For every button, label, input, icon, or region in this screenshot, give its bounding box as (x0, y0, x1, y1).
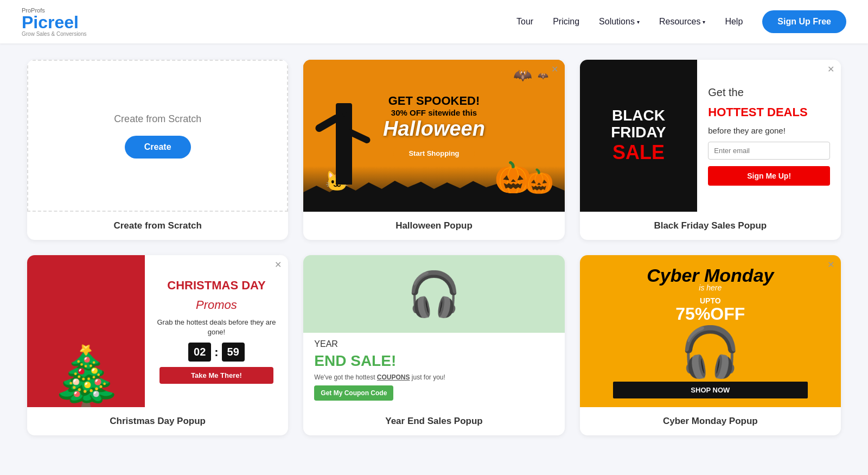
bf-black: BLACK (611, 107, 666, 124)
year-coupon-button[interactable]: Get My Coupon Code (314, 385, 393, 401)
close-xmas-icon[interactable]: ✕ (275, 259, 282, 270)
close-icon[interactable]: ✕ (551, 64, 558, 74)
nav-links: Tour Pricing Solutions ▾ Resources ▾ Hel… (516, 10, 846, 33)
halloween-label: Halloween Popup (390, 212, 478, 240)
logo[interactable]: ProProfs Picreel Grow Sales & Conversion… (22, 7, 87, 37)
yearend-layout: 🎧 YEAR END SALE! We've got the hottest C… (303, 255, 564, 407)
year-coupons-bold: COUPONS (377, 373, 410, 381)
nav-resources[interactable]: Resources ▾ (659, 17, 705, 27)
bf-layout: BLACK FRIDAY SALE Get the HOTTEST DEALS … (580, 60, 841, 212)
yearend-content: YEAR END SALE! We've got the hottest COU… (303, 333, 564, 407)
halloween-offer: 30% OFF sitewide this (383, 108, 485, 117)
main-content: Create from Scratch Create Create from S… (0, 43, 868, 475)
template-grid: Create from Scratch Create Create from S… (27, 60, 841, 435)
bf-sale-text: BLACK FRIDAY SALE (611, 107, 666, 164)
bat-icon: 🦇 (513, 66, 532, 84)
resources-caret-icon: ▾ (703, 19, 705, 25)
halloween-text-area: GET SPOOKED! 30% OFF sitewide this Hallo… (383, 94, 485, 162)
nav-solutions[interactable]: Solutions ▾ (599, 17, 640, 27)
bf-hottest-text: HOTTEST DEALS (708, 105, 807, 119)
xmas-colon: : (214, 345, 218, 359)
halloween-script: Halloween (383, 117, 485, 141)
create-scratch-preview: Create from Scratch Create (27, 60, 288, 212)
cyber-preview: ✕ Cyber Monday is here UPTO 75%OFF 🎧 SHO… (580, 255, 841, 407)
cyber-shop-button[interactable]: SHOP NOW (613, 382, 808, 398)
xmas-day-text: CHRISTMAS DAY (167, 278, 265, 293)
xmas-layout: 🎄 CHRISTMAS DAY Promos Grab the hottest … (27, 255, 288, 407)
xmas-right-panel: CHRISTMAS DAY Promos Grab the hottest de… (145, 255, 289, 407)
cyber-label: Cyber Monday Popup (658, 407, 763, 435)
bf-left-panel: BLACK FRIDAY SALE (580, 60, 698, 212)
halloween-shop-button[interactable]: Start Shopping (393, 145, 474, 162)
halloween-inner: 🦇 🦇 GET SPOOKED! 30% OFF sitewide this H… (303, 60, 564, 212)
cyber-monday-label: Cyber Monday (647, 265, 774, 286)
cyber-off-text: 75%OFF (647, 305, 774, 322)
create-scratch-text: Create from Scratch (114, 113, 201, 125)
card-yearend[interactable]: 🎧 YEAR END SALE! We've got the hottest C… (303, 255, 564, 435)
xmas-promos-text: Promos (196, 298, 237, 312)
halloween-off: 30% OFF (391, 108, 426, 117)
solutions-caret-icon: ▾ (637, 19, 640, 25)
xmas-left-panel: 🎄 (27, 255, 145, 407)
signup-button[interactable]: Sign Up Free (762, 10, 846, 33)
nav-tour[interactable]: Tour (516, 17, 533, 27)
xmas-hours: 02 (188, 343, 211, 362)
headphones-image: 🎧 (303, 255, 564, 333)
nav-pricing[interactable]: Pricing (553, 17, 579, 27)
brand-name: Picreel (22, 14, 87, 31)
blackfriday-label: Black Friday Sales Popup (648, 212, 772, 240)
nav-help[interactable]: Help (725, 17, 743, 27)
pumpkin2-icon: 🎃 (524, 167, 554, 195)
bf-friday: FRIDAY (611, 124, 666, 141)
close-bf-icon[interactable]: ✕ (827, 64, 834, 74)
card-create-scratch: Create from Scratch Create Create from S… (27, 60, 288, 240)
cyber-top-text: Cyber Monday is here UPTO 75%OFF (647, 266, 774, 322)
xmas-minutes: 59 (222, 343, 245, 362)
christmas-preview: ✕ 🎄 CHRISTMAS DAY Promos Grab the hottes… (27, 255, 288, 407)
card-halloween[interactable]: ✕ 🦇 🦇 GET SPOOKED! 30% OFF sitewide th (303, 60, 564, 240)
create-scratch-label: Create from Scratch (108, 212, 207, 240)
halloween-preview: ✕ 🦇 🦇 GET SPOOKED! 30% OFF sitewide th (303, 60, 564, 212)
bat2-icon: 🦇 (538, 71, 548, 81)
yearend-label: Year End Sales Popup (380, 407, 488, 435)
card-blackfriday[interactable]: ✕ BLACK FRIDAY SALE Get the HOTTEST DEAL… (580, 60, 841, 240)
xmas-cta-button[interactable]: Take Me There! (159, 367, 273, 384)
year-sale-text: END SALE! (314, 352, 553, 370)
bf-sale: SALE (611, 141, 666, 164)
card-christmas[interactable]: ✕ 🎄 CHRISTMAS DAY Promos Grab the hottes… (27, 255, 288, 435)
cyber-layout: Cyber Monday is here UPTO 75%OFF 🎧 SHOP … (580, 255, 841, 407)
card-cyber[interactable]: ✕ Cyber Monday is here UPTO 75%OFF 🎧 SHO… (580, 255, 841, 435)
brand-tagline: Grow Sales & Conversions (22, 31, 87, 37)
yearend-preview: 🎧 YEAR END SALE! We've got the hottest C… (303, 255, 564, 407)
cyber-headphones-icon: 🎧 (680, 324, 741, 381)
create-button[interactable]: Create (125, 136, 191, 159)
navbar: ProProfs Picreel Grow Sales & Conversion… (0, 0, 868, 43)
xmas-timer: 02 : 59 (188, 343, 245, 362)
bf-signup-button[interactable]: Sign Me Up! (708, 166, 830, 186)
christmas-tree-icon: 🎄 (49, 343, 123, 407)
bf-right-panel: Get the HOTTEST DEALS before they are go… (697, 60, 841, 212)
year-desc-text: We've got the hottest COUPONS just for y… (314, 373, 553, 382)
blackfriday-preview: ✕ BLACK FRIDAY SALE Get the HOTTEST DEAL… (580, 60, 841, 212)
year-label-text: YEAR (314, 339, 553, 349)
halloween-headline: GET SPOOKED! (383, 94, 485, 108)
xmas-grab-text: Grab the hottest deals before they are g… (154, 318, 280, 337)
close-cyber-icon[interactable]: ✕ (827, 259, 834, 270)
cyber-monday-text: Cyber Monday (647, 266, 774, 284)
bf-get-text: Get the (708, 86, 744, 99)
bf-gone-text: before they are gone! (708, 126, 786, 135)
bf-email-input[interactable] (708, 142, 830, 160)
christmas-label: Christmas Day Popup (104, 407, 211, 435)
